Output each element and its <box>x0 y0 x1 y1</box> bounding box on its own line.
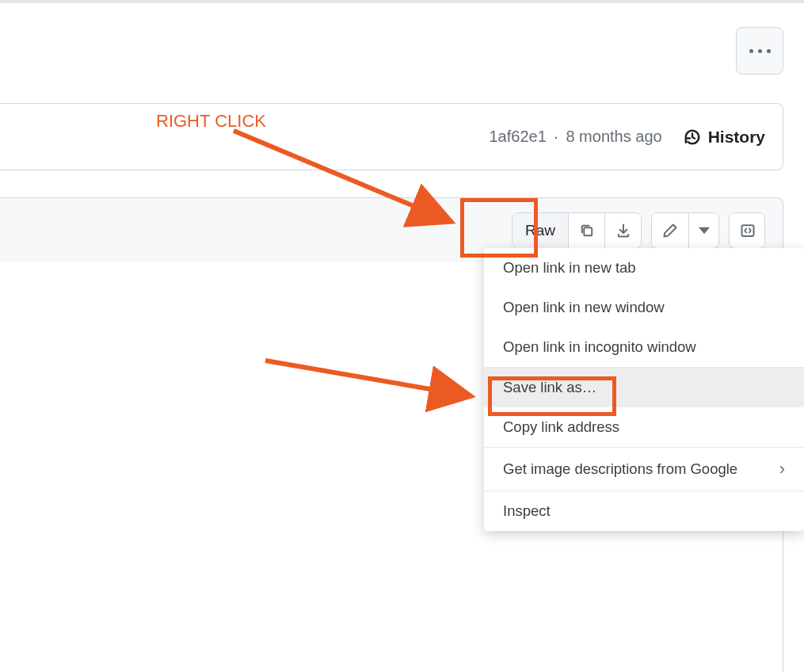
annotation-arrow-to-save <box>261 353 491 412</box>
copy-icon <box>579 223 595 239</box>
commit-age: 8 months ago <box>566 128 661 145</box>
ctx-copy-link-address[interactable]: Copy link address <box>484 407 804 447</box>
ctx-item-label: Save link as… <box>503 379 596 396</box>
ctx-image-descriptions[interactable]: Get image descriptions from Google › <box>484 448 804 491</box>
more-options-button[interactable] <box>736 27 783 74</box>
download-button[interactable] <box>604 213 641 248</box>
raw-copy-download-group: Raw <box>512 212 642 249</box>
ctx-open-new-window[interactable]: Open link in new window <box>484 288 804 327</box>
commit-history-bar: 1af62e1 · 8 months ago History <box>0 103 783 170</box>
copy-button[interactable] <box>568 213 604 248</box>
commit-sha[interactable]: 1af62e1 <box>489 128 546 145</box>
svg-rect-1 <box>742 225 754 236</box>
raw-button[interactable]: Raw <box>513 213 568 248</box>
svg-rect-0 <box>584 227 592 235</box>
ctx-item-label: Copy link address <box>503 418 619 436</box>
ctx-open-new-tab[interactable]: Open link in new tab <box>484 248 804 288</box>
ctx-item-label: Open link in new tab <box>503 259 636 277</box>
symbols-group <box>729 212 765 249</box>
annotation-right-click-label: RIGHT CLICK <box>156 111 266 132</box>
history-button[interactable]: History <box>683 128 765 147</box>
caret-down-icon <box>699 225 710 236</box>
history-label: History <box>708 128 765 147</box>
edit-dropdown-button[interactable] <box>688 213 718 248</box>
edit-group <box>651 212 719 249</box>
symbols-button[interactable] <box>730 213 765 248</box>
ctx-item-label: Open link in new window <box>503 299 665 316</box>
separator-dot: · <box>554 128 558 145</box>
download-icon <box>615 223 631 239</box>
ctx-open-incognito[interactable]: Open link in incognito window <box>484 327 804 367</box>
ctx-item-label: Open link in incognito window <box>503 338 696 356</box>
ctx-inspect[interactable]: Inspect <box>484 491 804 531</box>
ctx-save-link-as[interactable]: Save link as… <box>484 368 804 407</box>
edit-button[interactable] <box>652 213 688 248</box>
code-brackets-icon <box>740 223 756 239</box>
chevron-right-icon: › <box>779 459 785 479</box>
context-menu: Open link in new tab Open link in new wi… <box>484 248 804 531</box>
commit-meta: 1af62e1 · 8 months ago <box>489 128 661 146</box>
ctx-item-label: Get image descriptions from Google <box>503 460 737 478</box>
page-top-divider <box>0 0 804 3</box>
pencil-icon <box>662 223 678 239</box>
history-icon <box>683 128 702 147</box>
ctx-item-label: Inspect <box>503 502 551 520</box>
svg-line-3 <box>265 361 471 396</box>
